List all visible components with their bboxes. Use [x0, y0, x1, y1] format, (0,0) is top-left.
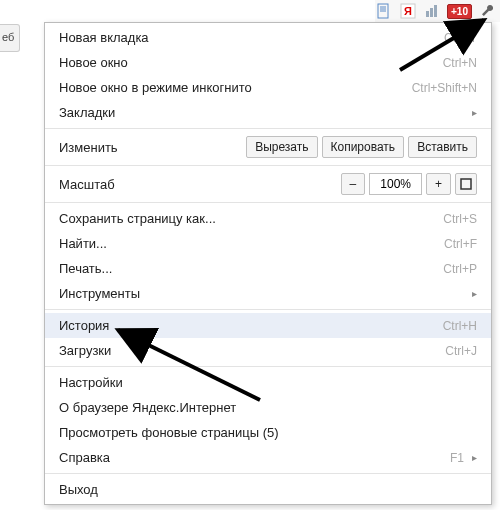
menu-edit-row: Изменить Вырезать Копировать Вставить: [45, 132, 491, 162]
shortcut: Ctrl+Shift+N: [412, 81, 477, 95]
separator: [45, 366, 491, 367]
menu-label: Выход: [59, 482, 98, 497]
menu-history[interactable]: История Ctrl+H: [45, 313, 491, 338]
menu-label: Новое окно в режиме инкогнито: [59, 80, 252, 95]
shortcut: Ctrl+F: [444, 237, 477, 251]
menu-exit[interactable]: Выход: [45, 477, 491, 502]
menu-downloads[interactable]: Загрузки Ctrl+J: [45, 338, 491, 363]
shortcut: Ctrl+N: [443, 56, 477, 70]
menu-label: Инструменты: [59, 286, 464, 301]
cut-button[interactable]: Вырезать: [246, 136, 317, 158]
separator: [45, 202, 491, 203]
menu-label: О браузере Яндекс.Интернет: [59, 400, 236, 415]
zoom-out-button[interactable]: –: [341, 173, 366, 195]
menu-label: Найти...: [59, 236, 107, 251]
extension-badge[interactable]: +10: [447, 4, 472, 19]
svg-rect-6: [461, 179, 471, 189]
menu-incognito[interactable]: Новое окно в режиме инкогнито Ctrl+Shift…: [45, 75, 491, 100]
menu-label: Настройки: [59, 375, 123, 390]
shortcut: F1: [450, 451, 464, 465]
separator: [45, 473, 491, 474]
zoom-in-button[interactable]: +: [426, 173, 451, 195]
menu-label: История: [59, 318, 109, 333]
shortcut: Ctrl+H: [443, 319, 477, 333]
menu-label: Новая вкладка: [59, 30, 149, 45]
svg-text:Я: Я: [404, 5, 412, 17]
menu-label: Справка: [59, 450, 450, 465]
shortcut: Ctrl+J: [445, 344, 477, 358]
separator: [45, 309, 491, 310]
menu-label: Сохранить страницу как...: [59, 211, 216, 226]
page-icon[interactable]: [375, 2, 393, 20]
menu-label: Закладки: [59, 105, 464, 120]
settings-menu: Новая вкладка Ctrl+T Новое окно Ctrl+N Н…: [44, 22, 492, 505]
menu-background-pages[interactable]: Просмотреть фоновые страницы (5): [45, 420, 491, 445]
shortcut: Ctrl+P: [443, 262, 477, 276]
menu-label: Новое окно: [59, 55, 128, 70]
separator: [45, 165, 491, 166]
menu-label: Печать...: [59, 261, 112, 276]
paste-button[interactable]: Вставить: [408, 136, 477, 158]
svg-rect-3: [426, 11, 429, 17]
menu-print[interactable]: Печать... Ctrl+P: [45, 256, 491, 281]
zoom-value: 100%: [369, 173, 422, 195]
menu-zoom-row: Масштаб – 100% +: [45, 169, 491, 199]
yandex-icon[interactable]: Я: [399, 2, 417, 20]
tab-stub: еб: [0, 24, 20, 52]
menu-tools[interactable]: Инструменты: [45, 281, 491, 306]
menu-label: Загрузки: [59, 343, 111, 358]
shortcut: Ctrl+T: [444, 31, 477, 45]
separator: [45, 128, 491, 129]
menu-save-as[interactable]: Сохранить страницу как... Ctrl+S: [45, 206, 491, 231]
copy-button[interactable]: Копировать: [322, 136, 405, 158]
menu-bookmarks[interactable]: Закладки: [45, 100, 491, 125]
edit-label: Изменить: [59, 140, 242, 155]
zoom-label: Масштаб: [59, 177, 337, 192]
menu-about[interactable]: О браузере Яндекс.Интернет: [45, 395, 491, 420]
menu-label: Просмотреть фоновые страницы (5): [59, 425, 279, 440]
svg-rect-4: [430, 8, 433, 17]
menu-new-tab[interactable]: Новая вкладка Ctrl+T: [45, 25, 491, 50]
fullscreen-button[interactable]: [455, 173, 477, 195]
stats-icon[interactable]: [423, 2, 441, 20]
shortcut: Ctrl+S: [443, 212, 477, 226]
wrench-icon[interactable]: [478, 2, 496, 20]
menu-settings[interactable]: Настройки: [45, 370, 491, 395]
browser-toolbar: Я +10: [375, 0, 500, 22]
menu-help[interactable]: Справка F1: [45, 445, 491, 470]
svg-rect-5: [434, 5, 437, 17]
menu-new-window[interactable]: Новое окно Ctrl+N: [45, 50, 491, 75]
menu-find[interactable]: Найти... Ctrl+F: [45, 231, 491, 256]
